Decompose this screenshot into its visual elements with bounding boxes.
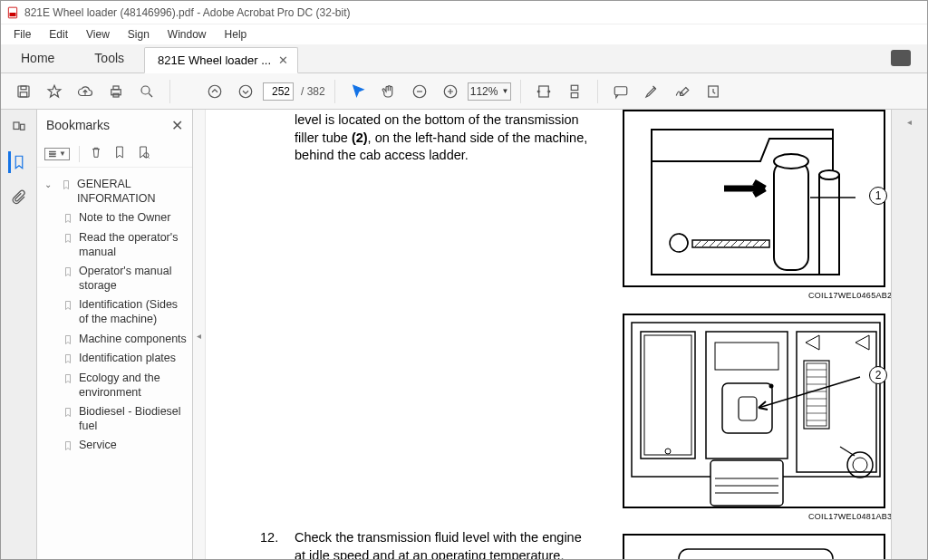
document-view[interactable]: level is located on the bottom of the tr… xyxy=(206,110,891,560)
tab-document[interactable]: 821E Wheel loader ... ✕ xyxy=(144,47,298,73)
svg-rect-4 xyxy=(20,92,27,96)
svg-rect-14 xyxy=(572,85,579,90)
bookmark-item[interactable]: Read the operator's manual xyxy=(63,228,187,262)
attachments-tab[interactable] xyxy=(8,186,30,208)
scroll-mode-button[interactable] xyxy=(561,78,588,105)
bookmark-label: Operator's manual storage xyxy=(79,265,187,293)
svg-line-68 xyxy=(759,377,860,408)
svg-rect-16 xyxy=(615,86,628,94)
figure-callout-1: 1 xyxy=(869,187,887,205)
bookmark-root[interactable]: ⌄ GENERAL INFORMATION xyxy=(43,175,187,208)
zoom-select[interactable]: 112%▼ xyxy=(468,82,512,101)
bookmark-item[interactable]: Machine components xyxy=(63,330,187,350)
print-button[interactable] xyxy=(102,78,130,105)
close-panel-icon[interactable]: ✕ xyxy=(171,117,183,134)
tab-tools[interactable]: Tools xyxy=(74,43,144,72)
svg-rect-49 xyxy=(739,397,757,420)
navigation-rail xyxy=(1,110,37,560)
page-number-input[interactable] xyxy=(263,82,294,101)
svg-point-66 xyxy=(847,452,873,478)
bookmark-item[interactable]: Ecology and the environment xyxy=(63,369,187,402)
share-feedback-icon[interactable] xyxy=(891,50,911,66)
menubar: File Edit View Sign Window Help xyxy=(1,24,927,44)
zoom-out-button[interactable] xyxy=(406,78,433,105)
bookmark-label: Identification (Sides of the machine) xyxy=(79,298,187,326)
svg-rect-46 xyxy=(706,332,788,459)
new-bookmark-icon[interactable] xyxy=(112,145,127,163)
bookmark-label: Biodiesel - Biodiesel fuel xyxy=(79,405,187,433)
fit-width-button[interactable] xyxy=(530,78,557,105)
bookmark-item[interactable]: Service xyxy=(63,436,187,456)
star-button[interactable] xyxy=(41,78,68,105)
chevron-down-icon[interactable]: ⌄ xyxy=(44,178,55,189)
save-button[interactable] xyxy=(10,78,37,105)
svg-line-29 xyxy=(695,241,701,246)
bookmark-item[interactable]: Biodiesel - Biodiesel fuel xyxy=(63,402,187,436)
svg-rect-69 xyxy=(679,549,833,560)
zoom-in-button[interactable] xyxy=(437,78,464,105)
svg-line-30 xyxy=(702,241,708,246)
svg-line-35 xyxy=(739,241,744,246)
cloud-upload-button[interactable] xyxy=(72,78,99,105)
menu-help[interactable]: Help xyxy=(216,26,256,43)
svg-line-34 xyxy=(731,241,737,246)
bookmark-icon xyxy=(63,439,73,452)
svg-line-31 xyxy=(710,241,715,246)
svg-line-38 xyxy=(760,241,766,246)
svg-rect-57 xyxy=(807,363,826,426)
tab-document-label: 821E Wheel loader ... xyxy=(158,53,271,67)
menu-view[interactable]: View xyxy=(77,26,119,43)
collapse-panel-handle[interactable]: ◂ xyxy=(193,110,206,560)
close-tab-icon[interactable]: ✕ xyxy=(278,53,288,67)
page-total-label: / 382 xyxy=(301,85,325,98)
bookmark-label: GENERAL INFORMATION xyxy=(77,178,187,206)
selection-tool-button[interactable] xyxy=(344,78,372,105)
figure-3 xyxy=(623,534,885,560)
svg-point-67 xyxy=(853,458,867,472)
delete-bookmark-icon[interactable] xyxy=(89,145,103,163)
bookmark-item[interactable]: Identification (Sides of the machine) xyxy=(63,295,187,329)
menu-edit[interactable]: Edit xyxy=(40,26,77,43)
tab-home[interactable]: Home xyxy=(1,43,74,72)
comment-button[interactable] xyxy=(607,78,634,105)
menu-window[interactable]: Window xyxy=(159,26,216,43)
bookmarks-panel: Bookmarks ✕ ▼ ⌄ GENERAL INFORMATION Note… xyxy=(37,110,193,560)
bookmark-icon xyxy=(63,352,73,365)
hand-tool-button[interactable] xyxy=(375,78,402,105)
bookmarks-tab[interactable] xyxy=(8,151,30,173)
bookmark-icon xyxy=(61,179,72,191)
menu-file[interactable]: File xyxy=(5,26,40,43)
svg-rect-25 xyxy=(774,161,808,270)
svg-line-37 xyxy=(753,241,759,246)
bookmarks-list: ⌄ GENERAL INFORMATION Note to the OwnerR… xyxy=(37,168,192,560)
pdf-file-icon xyxy=(6,6,19,19)
page-down-button[interactable] xyxy=(232,78,259,105)
chevron-left-icon: ◂ xyxy=(907,117,912,127)
body-text: behind the cab access ladder. xyxy=(295,147,603,165)
page-up-button[interactable] xyxy=(201,78,228,105)
bookmark-item[interactable]: Identification plates xyxy=(63,349,187,369)
find-bookmark-icon[interactable] xyxy=(136,145,150,163)
tab-bar: Home Tools 821E Wheel loader ... ✕ xyxy=(1,44,927,73)
svg-rect-20 xyxy=(50,151,56,152)
bookmark-item[interactable]: Note to the Owner xyxy=(63,208,187,228)
svg-rect-43 xyxy=(641,332,695,459)
bookmark-item[interactable]: Operator's manual storage xyxy=(63,262,187,295)
svg-rect-51 xyxy=(710,460,783,506)
svg-point-45 xyxy=(665,449,671,454)
search-button[interactable] xyxy=(133,78,160,105)
thumbnails-tab[interactable] xyxy=(8,117,30,139)
figure-1-caption: COIL17WEL0465AB xyxy=(808,290,887,301)
sign-button[interactable] xyxy=(669,78,696,105)
highlight-button[interactable] xyxy=(638,78,665,105)
svg-rect-15 xyxy=(572,92,579,97)
svg-point-9 xyxy=(208,85,221,98)
step-number: 12. xyxy=(260,529,278,547)
svg-rect-13 xyxy=(539,86,549,97)
stamp-button[interactable] xyxy=(700,78,727,105)
menu-sign[interactable]: Sign xyxy=(119,26,159,43)
bookmark-options-icon[interactable]: ▼ xyxy=(44,148,70,160)
tools-pane-handle[interactable]: ◂ xyxy=(891,110,927,560)
body-text: level is located on the bottom of the tr… xyxy=(295,111,603,130)
svg-rect-3 xyxy=(21,86,26,90)
